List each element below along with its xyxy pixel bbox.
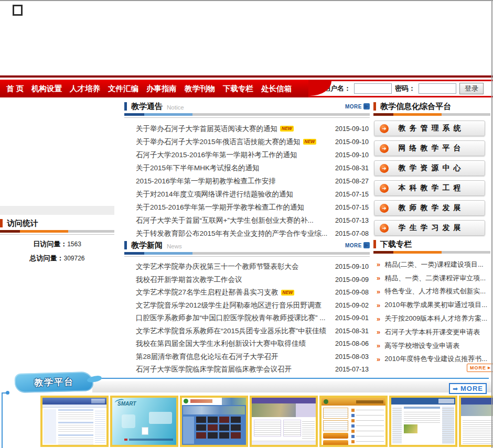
section-line xyxy=(124,256,370,257)
nav-item-downloads[interactable]: 下载专栏 xyxy=(223,84,253,94)
nav-swoosh-decor xyxy=(308,81,331,96)
news-item[interactable]: 第28届清华教育信息化论坛在石河子大学召开 2015-08-03 xyxy=(124,351,370,364)
username-input[interactable] xyxy=(354,83,392,94)
bottom-blue-line xyxy=(99,378,489,379)
notice-item[interactable]: 2015-2016学年第一学期初教学检查工作安排 2015-08-27 xyxy=(124,174,370,188)
section-marker xyxy=(124,102,127,111)
teaching-platform-more-button[interactable]: MORE xyxy=(449,383,487,394)
download-item[interactable]: 石河子大学本科开课变更申请表 xyxy=(373,325,490,339)
notice-item[interactable]: 石河子大学关于首届“互联网+”大学生创新创业大赛的补... 2015-07-13 xyxy=(124,214,370,227)
visit-stats-title: 访问统计 xyxy=(7,218,38,228)
teaching-platform-label: 教学平台 xyxy=(15,371,94,393)
double-arrow-icon xyxy=(377,355,380,363)
notice-item[interactable]: 石河子大学2015-2016学年第一学期补考工作的通知 2015-09-10 xyxy=(124,148,370,161)
section-rule xyxy=(373,251,490,254)
downloads-title: 下载专栏 xyxy=(380,239,412,249)
total-visits: 总访问量：309726 xyxy=(0,254,114,263)
platform-thumbnail-4[interactable] xyxy=(250,396,318,447)
nav-item-mailbox[interactable]: 处长信箱 xyxy=(261,84,292,94)
total-visits-value: 309726 xyxy=(63,255,84,262)
notice-date: 2015-07-13 xyxy=(335,217,370,224)
news-section: 教学新闻 News MORE 文学艺术学院举办庆祝第三十一个教师节暨表彰大会 2… xyxy=(124,239,370,376)
download-item[interactable]: 2010年教学成果奖初审通过项目... xyxy=(373,298,490,312)
notice-date: 2015-09-10 xyxy=(335,138,370,146)
more-arrow-icon xyxy=(363,242,370,248)
total-visits-label: 总访问量： xyxy=(29,254,63,262)
notice-date: 2015-07-08 xyxy=(335,230,370,237)
notice-item[interactable]: 关于2015年下半年MHK考试报名的通知 2015-08-31 xyxy=(124,161,370,174)
platform-thumbnail-5[interactable] xyxy=(319,396,388,447)
login-button[interactable]: 登录 xyxy=(459,83,484,94)
arrow-circle-icon xyxy=(380,184,389,193)
new-badge: NEW xyxy=(303,139,317,145)
download-item[interactable]: 精品(二类、一类)课程建设项目... xyxy=(373,258,490,271)
download-item[interactable]: 关于按2009版本科人才培养方案... xyxy=(373,312,490,325)
more-arrow-icon xyxy=(488,366,491,370)
nav-item-organization[interactable]: 机构设置 xyxy=(31,84,62,94)
daily-visits: 日访问量：1563 xyxy=(0,239,114,249)
news-item[interactable]: 石河子大学医学院临床学院首届临床教学会议召开 2015-07-13 xyxy=(124,363,370,376)
news-date: 2015-09-10 xyxy=(335,263,370,270)
news-date: 2015-09-09 xyxy=(335,276,370,283)
notice-date: 2015-09-10 xyxy=(335,151,370,159)
notice-item[interactable]: 关于举办石河子大学2015年俄语言语技能大赛的通知NEW 2015-09-10 xyxy=(124,135,370,148)
platform-thumbnail-2[interactable]: SMART xyxy=(110,396,178,447)
page: 首 页 机构设置 人才培养 文件汇编 办事指南 教学刊物 下载专栏 处长信箱 用… xyxy=(0,0,493,448)
download-item[interactable]: 精品、一类、二类课程评审立项... xyxy=(373,271,490,285)
notice-item[interactable]: 关于转发教育部公布2015年有关企业支持的产学合作专业综... 2015-07-… xyxy=(124,227,370,240)
online-teaching-button[interactable]: 网络教学平台 xyxy=(374,140,485,156)
daily-visits-label: 日访问量： xyxy=(33,240,67,248)
double-arrow-icon xyxy=(377,301,380,309)
teacher-development-button[interactable]: 教师教学发展 xyxy=(374,200,485,216)
news-date: 2015-09-02 xyxy=(335,302,370,309)
news-item[interactable]: 文学艺术学院举办庆祝第三十一个教师节暨表彰大会 2015-09-10 xyxy=(124,260,370,274)
password-input[interactable] xyxy=(419,83,456,94)
section-marker xyxy=(373,102,376,111)
news-item[interactable]: 文学艺术学院27名学生启程赴鄯善县实习支教NEW 2015-09-08 xyxy=(124,286,370,299)
page-top-border xyxy=(0,0,493,1)
notice-date: 2015-07-15 xyxy=(335,191,370,198)
daily-visits-value: 1563 xyxy=(67,241,81,248)
news-item[interactable]: 文艺学院音乐学2012级学生赴阿勒泰地区进行音乐田野调查 2015-09-02 xyxy=(124,299,370,312)
download-item[interactable]: 特色专业、人才培养模式创新实... xyxy=(373,285,490,299)
nav-item-guide[interactable]: 办事指南 xyxy=(146,84,177,94)
jwgl-system-button[interactable]: 教务管理系统 xyxy=(374,121,485,136)
nav-item-talent[interactable]: 人才培养 xyxy=(70,84,100,94)
notice-section: 教学通告 Notice MORE 关于举办石河子大学首届英语阅读大赛的通知NEW… xyxy=(124,101,370,240)
notice-more-link[interactable]: MORE xyxy=(345,103,370,110)
news-item[interactable]: 口腔医学系教师参加“中国口腔医学院校青年教师授课比赛” ... 2015-09-… xyxy=(124,312,370,325)
platform-thumbnail-3[interactable] xyxy=(180,396,248,447)
section-marker xyxy=(373,240,376,248)
double-arrow-icon xyxy=(377,288,380,296)
nav-item-home[interactable]: 首 页 xyxy=(6,84,24,94)
bottom-gray-bar xyxy=(92,381,491,392)
notice-item[interactable]: 关于2015-2016学年第一学期开学教学检查工作的通知 2015-07-15 xyxy=(124,201,370,214)
password-label: 密码： xyxy=(395,84,415,93)
notice-item[interactable]: 关于对2014年度立项网络课件进行结题验收的通知 2015-07-15 xyxy=(124,188,370,201)
news-item[interactable]: 我校召开新学期首次教学工作会议 2015-09-09 xyxy=(124,274,370,287)
download-item[interactable]: 高等学校增设专业申请表 xyxy=(373,339,490,353)
news-subtitle: News xyxy=(167,243,182,249)
news-more-link[interactable]: MORE xyxy=(345,242,370,248)
news-item[interactable]: 我校在第四届全国大学生水利创新设计大赛中取得佳绩 2015-08-06 xyxy=(124,337,370,351)
nav-item-publications[interactable]: 教学刊物 xyxy=(185,84,215,94)
student-development-button[interactable]: 学生学习发展 xyxy=(374,220,485,236)
resource-center-button[interactable]: 教学资源中心 xyxy=(374,160,485,176)
notice-item[interactable]: 关于举办石河子大学首届英语阅读大赛的通知NEW 2015-09-10 xyxy=(124,122,370,135)
section-rule xyxy=(124,113,370,116)
platform-thumbnail-1[interactable] xyxy=(40,396,109,447)
section-marker xyxy=(0,219,3,227)
platform-thumbnail-7[interactable] xyxy=(459,396,493,447)
double-arrow-icon xyxy=(377,260,380,268)
undergrad-project-button[interactable]: 本科教学工程 xyxy=(374,180,485,196)
downloads-more-button[interactable]: MORE xyxy=(467,364,493,372)
section-line xyxy=(124,117,370,118)
section-rule xyxy=(373,113,490,116)
news-date: 2015-07-13 xyxy=(335,366,370,373)
downloads-section: 下载专栏 精品(二类、一类)课程建设项目... 精品、一类、二类课程评审立项..… xyxy=(373,238,490,366)
platform-thumbnail-6[interactable] xyxy=(389,396,457,447)
news-item[interactable]: 文学艺术学院音乐系教师在“2015兵团专业器乐比赛”中获佳绩 2015-08-3… xyxy=(124,325,370,338)
notice-date: 2015-08-31 xyxy=(335,165,370,172)
nav-item-documents[interactable]: 文件汇编 xyxy=(108,84,138,94)
news-list: 文学艺术学院举办庆祝第三十一个教师节暨表彰大会 2015-09-10 我校召开新… xyxy=(124,260,370,376)
